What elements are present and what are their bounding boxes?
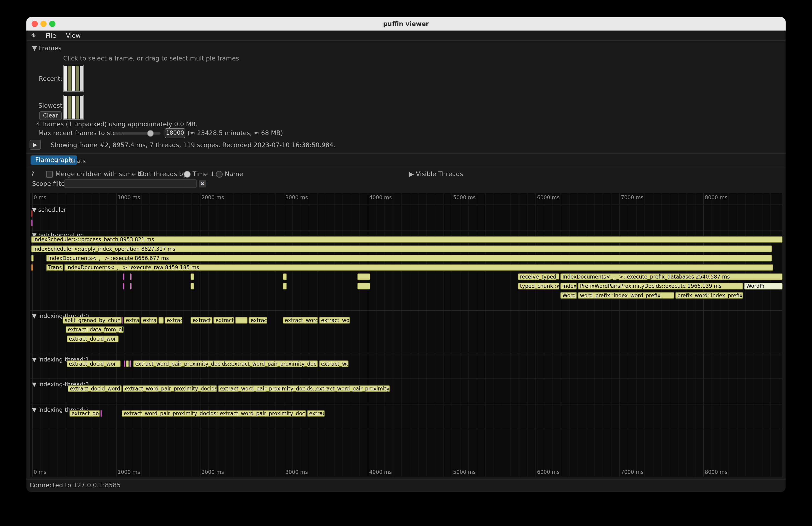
scope-bar[interactable]: extract_ xyxy=(214,317,234,324)
frame-bar[interactable] xyxy=(79,66,83,91)
scope-bar[interactable]: IndexDocuments<_, _>::execute 8656.677 m… xyxy=(46,255,772,261)
scope-bar[interactable]: extract_wo xyxy=(319,360,349,367)
titlebar[interactable]: puffin viewer xyxy=(26,17,786,31)
scope-bar[interactable] xyxy=(190,274,194,280)
scope-bar[interactable] xyxy=(126,360,129,367)
scope-bar[interactable]: extract_ xyxy=(190,317,212,324)
scope-bar[interactable] xyxy=(31,255,33,261)
scope-bar[interactable]: IndexDocuments<_, _>::execute_raw 8459.1… xyxy=(64,264,773,271)
scope-bar[interactable] xyxy=(159,317,164,324)
scope-bar[interactable]: extract_docid_wor xyxy=(67,360,120,367)
scope-bar[interactable]: extract xyxy=(124,317,140,324)
scope-bar[interactable]: PrefixWordPairsProximityDocids::execute … xyxy=(578,283,743,289)
scope-bar[interactable]: extract_docid_wor xyxy=(67,336,118,342)
scope-bar[interactable]: Word xyxy=(560,292,577,299)
merge-checkbox[interactable] xyxy=(46,171,53,177)
frame-bar[interactable] xyxy=(76,66,79,91)
scope-bar[interactable]: extract_wo xyxy=(319,317,350,324)
frame-bar[interactable] xyxy=(64,96,68,118)
scope-bar[interactable] xyxy=(124,360,125,367)
scope-bar[interactable]: word_prefix::index_word_prefix_ xyxy=(578,292,675,299)
scope-bar[interactable]: extract_docid_word xyxy=(68,385,122,392)
scope-bar[interactable]: receive_typed_ xyxy=(518,274,560,280)
frame-bar[interactable] xyxy=(68,66,71,91)
slider-knob[interactable] xyxy=(147,130,154,137)
frame-bar[interactable] xyxy=(79,96,83,118)
scope-bar[interactable] xyxy=(101,410,102,417)
flamegraph-canvas[interactable]: 0 ms0 ms1000 ms1000 ms2000 ms2000 ms3000… xyxy=(29,192,783,477)
scope-bar[interactable] xyxy=(283,274,287,280)
scope-bar[interactable] xyxy=(130,360,131,367)
scope-bar[interactable]: extract_word_pair_proximity_docids::extr… xyxy=(133,360,318,367)
max-frames-slider[interactable] xyxy=(114,132,161,135)
scope-bar[interactable] xyxy=(235,317,248,324)
scope-bar[interactable]: IndexScheduler>::process_batch 8953.821 … xyxy=(31,236,783,243)
scope-bar[interactable]: extract_word_pair_proximity_docids::extr… xyxy=(122,410,306,417)
scope-bar[interactable]: extract xyxy=(249,317,267,324)
scope-bar[interactable]: typed_chunk::w xyxy=(518,283,560,289)
section-line xyxy=(30,230,783,230)
scope-filter-input[interactable] xyxy=(64,179,197,188)
scope-bar[interactable] xyxy=(31,220,33,227)
frame-bar[interactable] xyxy=(76,96,79,118)
scope-bar[interactable]: extract_word_pair_proximity_docids xyxy=(123,385,217,392)
menubar: ✳ File View xyxy=(26,31,786,41)
scope-bar[interactable]: prefix_word::index_prefix_wo xyxy=(675,292,743,299)
scope-bar[interactable]: index xyxy=(560,283,577,289)
frame-bar[interactable] xyxy=(72,66,75,91)
ruler-tick: 0 ms xyxy=(33,469,46,475)
scope-bar[interactable] xyxy=(31,210,33,217)
thread-header[interactable]: ▼ scheduler xyxy=(32,207,66,214)
scope-bar[interactable] xyxy=(130,274,132,280)
scope-bar[interactable] xyxy=(283,283,287,289)
scope-bar[interactable]: IndexDocuments<_, _>::execute_prefix_dat… xyxy=(560,274,783,280)
menu-file[interactable]: File xyxy=(46,32,56,39)
scope-bar[interactable]: IndexScheduler>::apply_index_operation 8… xyxy=(31,245,772,252)
help-button[interactable]: ? xyxy=(31,170,34,177)
scope-bar[interactable]: extract::data_from_ob xyxy=(66,326,124,333)
scope-bar[interactable]: extract_word_pair_proximity_docids::extr… xyxy=(218,385,390,392)
scope-bar[interactable]: Trans xyxy=(46,264,63,271)
tab-stats[interactable]: Stats xyxy=(67,157,89,166)
frame-bar[interactable] xyxy=(72,96,75,118)
scope-bar[interactable]: extract_doc xyxy=(69,410,100,417)
ruler-tick: 2000 ms xyxy=(201,195,224,201)
frame-bar[interactable] xyxy=(68,96,71,118)
scope-bar[interactable]: extra xyxy=(141,317,158,324)
scope-bar[interactable] xyxy=(31,264,33,271)
scope-bar[interactable] xyxy=(130,283,132,289)
scope-bar[interactable]: extrac xyxy=(307,410,325,417)
scope-bar[interactable] xyxy=(122,317,123,324)
play-button[interactable]: ▶ xyxy=(29,140,41,149)
scope-bar[interactable] xyxy=(357,283,370,289)
recent-frames-thumbnail[interactable] xyxy=(63,65,84,91)
sort-time-radio[interactable] xyxy=(184,171,190,177)
merge-label[interactable]: Merge children with same ID xyxy=(55,170,144,177)
sort-name-radio[interactable] xyxy=(216,171,223,177)
scope-bar[interactable]: split_grenad_by_chun xyxy=(62,317,122,324)
ruler-tick: 8000 ms xyxy=(705,469,727,475)
ruler-tick: 3000 ms xyxy=(285,469,308,475)
scope-bar[interactable]: extract_word xyxy=(283,317,318,324)
max-frames-value[interactable]: 18000 xyxy=(165,128,185,138)
sort-time-label[interactable]: Time ⬇ xyxy=(192,170,215,177)
clear-filter-button[interactable]: ✖ xyxy=(199,180,206,188)
scope-bar[interactable] xyxy=(123,274,125,280)
scope-bar[interactable] xyxy=(190,283,194,289)
ruler-tick: 4000 ms xyxy=(369,195,392,201)
slowest-frames-thumbnail[interactable] xyxy=(63,95,84,120)
frame-bar[interactable] xyxy=(64,66,68,91)
scope-bar[interactable] xyxy=(123,283,125,289)
sort-name-label[interactable]: Name xyxy=(225,170,243,177)
theme-icon[interactable]: ✳ xyxy=(31,32,36,39)
scope-bar[interactable]: extrac xyxy=(165,317,183,324)
visible-threads-toggle[interactable]: ▶ Visible Threads xyxy=(409,170,463,177)
frames-section-header[interactable]: ▼ Frames xyxy=(32,44,62,52)
menu-view[interactable]: View xyxy=(66,32,81,39)
scope-bar[interactable] xyxy=(357,274,370,280)
scope-bar[interactable]: WordPr xyxy=(744,283,782,289)
ruler-tick: 6000 ms xyxy=(537,195,560,201)
recent-label: Recent: xyxy=(39,75,62,82)
clear-button[interactable]: Clear xyxy=(39,111,62,120)
ruler-tick: 0 ms xyxy=(33,195,46,201)
